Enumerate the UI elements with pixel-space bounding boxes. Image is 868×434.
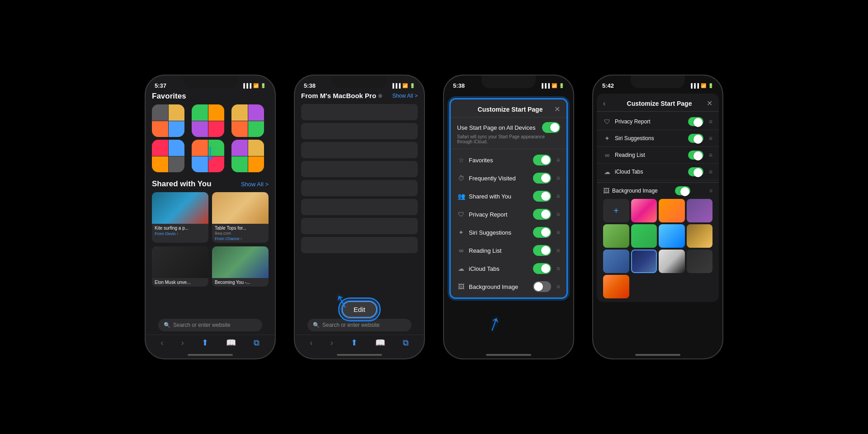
- time-3: 5:38: [453, 82, 465, 89]
- tabs-btn-1[interactable]: ⧉: [254, 338, 259, 348]
- tab-item-2[interactable]: [301, 123, 418, 139]
- favorites-header: Favorites: [152, 92, 269, 101]
- reading-toggle[interactable]: [533, 245, 551, 256]
- search-bar-1[interactable]: 🔍 Search or enter website: [158, 319, 262, 331]
- freq-label: Frequently Visited: [469, 175, 529, 182]
- tabs-btn-2[interactable]: ⧉: [403, 338, 409, 348]
- tab-item-3[interactable]: [301, 142, 418, 158]
- modal-item-icloud: ☁ iCloud Tabs ≡: [451, 259, 566, 278]
- fav-item-2[interactable]: [192, 104, 224, 137]
- p4-reading-drag[interactable]: ≡: [709, 151, 712, 159]
- shared-item-kite[interactable]: Kite surfing a p... From Devin ›: [152, 192, 208, 243]
- bookmarks-btn-2[interactable]: 📖: [375, 338, 385, 348]
- bg-thumb-blue1[interactable]: [603, 250, 629, 273]
- shared-item-becoming[interactable]: Becoming You -...: [212, 246, 269, 287]
- phone-1: 5:37 ▐▐▐ 📶 🔋 Favorites: [145, 75, 276, 359]
- siri-toggle[interactable]: [533, 227, 551, 238]
- icloud-drag[interactable]: ≡: [557, 265, 560, 272]
- reading-drag[interactable]: ≡: [557, 247, 560, 254]
- p4-icloud-icon: ☁: [603, 168, 611, 175]
- bg-thumb-pink[interactable]: [631, 199, 657, 222]
- p4-privacy-toggle[interactable]: [688, 117, 703, 126]
- freq-toggle[interactable]: [533, 173, 551, 184]
- fav-item-4[interactable]: [152, 140, 184, 172]
- bg-thumb-empty3: [687, 275, 713, 298]
- p4-icloud-drag[interactable]: ≡: [709, 168, 712, 175]
- bg-thumb-orange[interactable]: [659, 199, 685, 222]
- p4-siri-icon: ✦: [603, 135, 611, 142]
- tab-item-4[interactable]: [301, 161, 418, 177]
- bg-thumb-coral[interactable]: [603, 275, 629, 298]
- back-btn-2[interactable]: ‹: [310, 338, 313, 348]
- bg-toggle[interactable]: [533, 281, 551, 292]
- shared-item-elon[interactable]: Elon Musk unve...: [152, 246, 208, 287]
- shared-label-elon: Elon Musk unve...: [155, 280, 206, 285]
- shared-item-table[interactable]: Table Tops for... ikea.com From Chance ›: [212, 192, 269, 243]
- bg-thumb-green[interactable]: [603, 224, 629, 248]
- toolbar-1: ‹ › ⬆ 📖 ⧉: [146, 335, 275, 351]
- tab-item-8[interactable]: [301, 237, 418, 253]
- modal-item-reading: ∞ Reading List ≡: [451, 241, 566, 259]
- fav-item-3[interactable]: [231, 104, 264, 137]
- modal-close-3[interactable]: ✕: [554, 105, 560, 113]
- shared-show-all[interactable]: Show All >: [241, 181, 269, 188]
- forward-btn-2[interactable]: ›: [330, 338, 333, 348]
- from-title: From M's MacBook Pro: [301, 92, 376, 99]
- phone-3: 5:38 ▐▐▐ 📶 🔋 Customize Start Page ✕ Use …: [443, 75, 574, 359]
- bookmarks-btn-1[interactable]: 📖: [226, 338, 236, 348]
- privacy-drag[interactable]: ≡: [557, 211, 560, 218]
- status-bar-4: 5:42 ▐▐▐ 📶 🔋: [593, 75, 722, 92]
- bg-thumb-navy[interactable]: [631, 250, 657, 273]
- privacy-toggle[interactable]: [533, 209, 551, 220]
- shared-drag[interactable]: ≡: [557, 193, 560, 200]
- fav-item-5[interactable]: [192, 140, 224, 172]
- p4-siri-drag[interactable]: ≡: [709, 135, 712, 142]
- bg-add-btn[interactable]: +: [603, 199, 629, 222]
- favorites-grid: [152, 104, 269, 172]
- signal-icon-3: ▐▐▐: [540, 83, 550, 88]
- shared-title: Shared with You: [152, 179, 212, 189]
- forward-btn-1[interactable]: ›: [181, 338, 184, 348]
- wifi-icon: 📶: [253, 83, 259, 88]
- tab-item-6[interactable]: [301, 199, 418, 215]
- bg-thumb-teal[interactable]: [659, 224, 685, 248]
- p4-privacy-drag[interactable]: ≡: [709, 118, 712, 125]
- signal-icon-4: ▐▐▐: [689, 83, 699, 88]
- bg-thumb-stripes[interactable]: [659, 250, 685, 273]
- fav-item-1[interactable]: [152, 104, 184, 137]
- modal-item-bg: 🖼 Background Image ≡: [451, 278, 566, 296]
- shared-from-kite: From Devin ›: [155, 231, 206, 236]
- p4-reading-toggle[interactable]: [688, 151, 703, 160]
- shared-source-table: ikea.com: [215, 231, 266, 236]
- bg-thumb-gold[interactable]: [687, 224, 713, 248]
- back-btn-1[interactable]: ‹: [161, 338, 164, 348]
- share-btn-2[interactable]: ⬆: [351, 338, 358, 348]
- p4-icloud-toggle[interactable]: [688, 167, 703, 176]
- p4-close[interactable]: ✕: [707, 99, 712, 108]
- bg-images-row4: [603, 275, 712, 298]
- fav-item-6[interactable]: [231, 140, 264, 172]
- bg-thumb-dark[interactable]: [687, 250, 713, 273]
- p4-bg-drag[interactable]: ≡: [709, 188, 712, 194]
- tab-item-5[interactable]: [301, 180, 418, 196]
- freq-drag[interactable]: ≡: [557, 175, 560, 182]
- icloud-toggle[interactable]: [533, 263, 551, 274]
- use-all-toggle-3[interactable]: [542, 122, 560, 133]
- bg-thumb-green2[interactable]: [631, 224, 657, 248]
- p4-title: Customize Start Page: [612, 100, 707, 107]
- bg-thumb-purple[interactable]: [687, 199, 713, 222]
- tab-item-7[interactable]: [301, 218, 418, 234]
- siri-drag[interactable]: ≡: [557, 229, 560, 236]
- tab-item-1[interactable]: [301, 104, 418, 120]
- share-btn-1[interactable]: ⬆: [202, 338, 208, 348]
- bg-drag[interactable]: ≡: [557, 283, 560, 290]
- customize-modal-3: Customize Start Page ✕ Use Start Page on…: [449, 98, 568, 299]
- p4-header: ‹ Customize Start Page ✕: [597, 94, 719, 112]
- p4-siri-toggle[interactable]: [688, 134, 703, 143]
- shared-toggle[interactable]: [533, 191, 551, 202]
- p4-bg-toggle[interactable]: [675, 186, 690, 195]
- favorites-drag[interactable]: ≡: [557, 156, 560, 164]
- show-all-2[interactable]: Show All >: [392, 93, 418, 99]
- favorites-toggle[interactable]: [533, 155, 551, 165]
- p4-item-siri: ✦ Siri Suggestions ≡: [597, 130, 719, 147]
